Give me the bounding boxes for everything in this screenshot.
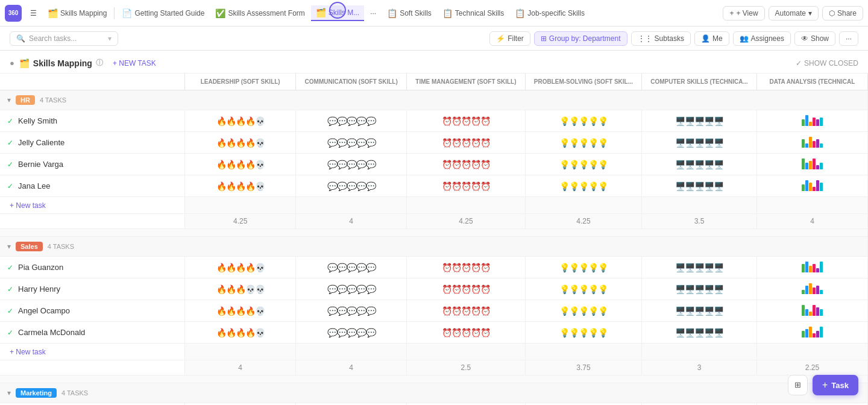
subtotal-time-hr: 4.25 bbox=[407, 214, 525, 229]
communication-cell: 💬💬💬💬💬 bbox=[296, 278, 407, 300]
data-analysis-cell bbox=[756, 110, 867, 132]
new-task-row-hr: + New task bbox=[0, 197, 868, 214]
subtotal-time-sales: 2.5 bbox=[407, 360, 525, 375]
view-button[interactable]: + + View bbox=[723, 6, 764, 20]
communication-cell: 💬💬💬💬💬 bbox=[296, 175, 407, 197]
subtotal-communication-hr: 4 bbox=[296, 214, 407, 229]
subtotal-data-sales: 2.25 bbox=[756, 360, 867, 375]
main-content: ● 🗂️ Skills Mapping ⓘ + NEW TASK ✓ SHOW … bbox=[0, 51, 868, 405]
col-data-analysis: DATA ANALYSIS (TECHNICAL bbox=[756, 74, 867, 90]
check-icon: ✓ bbox=[7, 285, 13, 294]
table-row[interactable]: ✓ Angel Ocampo 🔥🔥🔥🔥💀 💬💬💬💬💬 ⏰⏰⏰⏰⏰ 💡💡💡💡💡 🖥… bbox=[0, 300, 868, 322]
data-analysis-cell bbox=[756, 132, 867, 154]
data-analysis-cell bbox=[756, 300, 867, 322]
table-wrapper: LEADERSHIP (SOFT SKILL) COMMUNICATION (S… bbox=[0, 74, 868, 405]
automate-button[interactable]: Automate ▾ bbox=[769, 6, 819, 20]
group-collapse-sales[interactable]: ▾ bbox=[7, 242, 11, 251]
checkmark-icon: ✓ bbox=[796, 59, 802, 68]
show-closed-btn[interactable]: ✓ SHOW CLOSED bbox=[796, 59, 858, 68]
info-icon[interactable]: ⓘ bbox=[96, 58, 103, 68]
new-task-btn-hr[interactable]: + New task bbox=[10, 201, 46, 210]
more-options-button[interactable]: ··· bbox=[839, 31, 858, 46]
nav-getting-started[interactable]: 📄 Getting Started Guide bbox=[117, 6, 209, 20]
nav-job-specific[interactable]: 📋 Job-specific Skills bbox=[510, 6, 590, 20]
group-count-sales: 4 TASKS bbox=[48, 243, 74, 250]
group-header-marketing: ▾ Marketing 4 TASKS bbox=[0, 383, 868, 403]
nav-divider-1 bbox=[114, 7, 115, 19]
task-name-cell: ✓ Bernie Varga bbox=[0, 154, 185, 175]
subtotal-problem-sales: 3.75 bbox=[525, 360, 641, 375]
table-row[interactable]: ✓ Jelly Caliente 🔥🔥🔥🔥💀 💬💬💬💬💬 ⏰⏰⏰⏰⏰ 💡💡💡💡💡… bbox=[0, 132, 868, 154]
toolbar-right: ⚡ Filter ⊞ Group by: Department ⋮⋮ Subta… bbox=[489, 31, 858, 46]
nav-technical-skills[interactable]: 📋 Technical Skills bbox=[438, 6, 509, 20]
filter-button[interactable]: ⚡ Filter bbox=[489, 31, 530, 46]
share-button[interactable]: ⬡ Share bbox=[822, 6, 863, 20]
communication-cell: 💬💬💬💬💬 bbox=[296, 110, 407, 132]
group-by-button[interactable]: ⊞ Group by: Department bbox=[534, 31, 627, 46]
nav-skills-mapping[interactable]: 🗂️ Skills M... bbox=[311, 5, 364, 21]
group-collapse-hr[interactable]: ▾ bbox=[7, 96, 11, 104]
subtotal-leadership-sales: 4 bbox=[185, 360, 296, 375]
task-name-text: Angel Ocampo bbox=[18, 306, 70, 315]
table-row[interactable]: ✓ Harry Henry 🔥🔥🔥💀💀 💬💬💬💬💬 ⏰⏰⏰⏰⏰ 💡💡💡💡💡 🖥️… bbox=[0, 278, 868, 300]
table-row[interactable]: ✓ Carmela McDonald 🔥🔥🔥🔥💀 💬💬💬💬💬 ⏰⏰⏰⏰⏰ 💡💡💡… bbox=[0, 322, 868, 344]
eye-icon: 👁 bbox=[801, 34, 808, 43]
task-name-text: Jana Lee bbox=[18, 181, 51, 190]
nav-app-icon[interactable]: 🗂️ Skills Mapping bbox=[43, 6, 112, 20]
problem-solving-cell: 💡💡💡💡💡 bbox=[525, 403, 641, 406]
time-management-cell: ⏰⏰⏰⏰⏰ bbox=[407, 322, 525, 344]
table-row[interactable]: ✓ Pia Guanzon 🔥🔥🔥🔥💀 💬💬💬💬💬 ⏰⏰⏰⏰⏰ 💡💡💡💡💡 🖥️… bbox=[0, 257, 868, 278]
subtasks-icon: ⋮⋮ bbox=[638, 34, 652, 43]
show-button[interactable]: 👁 Show bbox=[794, 31, 835, 46]
plus-icon: + bbox=[822, 380, 828, 391]
task-name-cell: ✓ Carmela McDonald bbox=[0, 322, 185, 344]
new-task-row-sales: + New task bbox=[0, 344, 868, 360]
table-row[interactable]: ✓ Bernie Varga 🔥🔥🔥🔥💀 💬💬💬💬💬 ⏰⏰⏰⏰⏰ 💡💡💡💡💡 🖥… bbox=[0, 154, 868, 175]
new-task-btn[interactable]: + NEW TASK bbox=[113, 59, 156, 68]
group-badge-sales: Sales bbox=[16, 242, 43, 251]
table-row[interactable]: ✓ Jana Lee 🔥🔥🔥🔥💀 💬💬💬💬💬 ⏰⏰⏰⏰⏰ 💡💡💡💡💡 🖥️🖥️🖥… bbox=[0, 175, 868, 197]
spacer-hr bbox=[0, 229, 868, 237]
new-task-btn-sales[interactable]: + New task bbox=[10, 348, 46, 356]
group-count-marketing: 4 TASKS bbox=[61, 389, 88, 397]
table-header-row: LEADERSHIP (SOFT SKILL) COMMUNICATION (S… bbox=[0, 74, 868, 90]
assignees-icon: 👥 bbox=[740, 34, 749, 43]
task-name-text: Kelly Smith bbox=[18, 116, 57, 125]
me-button[interactable]: 👤 Me bbox=[694, 31, 729, 46]
project-collapse-btn[interactable]: ● bbox=[10, 58, 14, 68]
nav-skills-assessment[interactable]: ✅ Skills Assessment Form bbox=[210, 6, 309, 20]
grid-view-button[interactable]: ⊞ bbox=[788, 375, 808, 395]
problem-solving-cell: 💡💡💡💡💡 bbox=[525, 300, 641, 322]
table-row[interactable]: ✓ Kelly Smith 🔥🔥🔥🔥💀 💬💬💬💬💬 ⏰⏰⏰⏰⏰ 💡💡💡💡💡 🖥️… bbox=[0, 110, 868, 132]
time-management-cell: ⏰⏰⏰⏰⏰ bbox=[407, 154, 525, 175]
task-name-cell: ✓ Angel Ocampo bbox=[0, 300, 185, 322]
nav-more[interactable]: ··· bbox=[365, 7, 381, 20]
problem-solving-cell: 💡💡💡💡💡 bbox=[525, 154, 641, 175]
time-management-cell: ⏰⏰⏰⏰⏰ bbox=[407, 110, 525, 132]
problem-solving-cell: 💡💡💡💡💡 bbox=[525, 257, 641, 278]
subtotal-leadership-hr: 4.25 bbox=[185, 214, 296, 229]
add-task-button[interactable]: + Task bbox=[813, 375, 858, 395]
nav-soft-skills[interactable]: 📋 Soft Skills bbox=[382, 6, 436, 20]
task-name-cell: ✓ Kelly Smith bbox=[0, 110, 185, 132]
data-analysis-cell bbox=[756, 175, 867, 197]
assignees-button[interactable]: 👥 Assignees bbox=[733, 31, 791, 46]
subtasks-button[interactable]: ⋮⋮ Subtasks bbox=[631, 31, 691, 46]
table-row[interactable]: ✓ Aurora Jenner 🔥🔥🔥🔥💀 💬💬💬💬💬 ⏰⏰⏰⏰⏰ 💡💡💡💡💡 … bbox=[0, 403, 868, 406]
col-problem-solving: PROBLEM-SOLVING (SOFT SKIL... bbox=[525, 74, 641, 90]
computer-skills-cell: 🖥️🖥️🖥️🖥️🖥️ bbox=[642, 278, 757, 300]
group-collapse-marketing[interactable]: ▾ bbox=[7, 389, 11, 397]
computer-skills-cell: 🖥️🖥️🖥️🖥️🖥️ bbox=[642, 300, 757, 322]
data-analysis-cell bbox=[756, 278, 867, 300]
task-name-text: Jelly Caliente bbox=[18, 138, 64, 147]
col-communication: COMMUNICATION (SOFT SKILL) bbox=[296, 74, 407, 90]
computer-skills-cell: 🖥️🖥️🖥️🖥️🖥️ bbox=[642, 154, 757, 175]
spacer-sales bbox=[0, 375, 868, 383]
search-bar[interactable]: 🔍 Search tasks... ▾ bbox=[10, 31, 118, 46]
person-icon: 👤 bbox=[701, 34, 710, 43]
task-name-cell: ✓ Jelly Caliente bbox=[0, 132, 185, 154]
time-management-cell: ⏰⏰⏰⏰⏰ bbox=[407, 257, 525, 278]
nav-hamburger[interactable]: ☰ bbox=[25, 7, 42, 20]
check-icon: ✓ bbox=[7, 160, 13, 169]
communication-cell: 💬💬💬💬💬 bbox=[296, 300, 407, 322]
